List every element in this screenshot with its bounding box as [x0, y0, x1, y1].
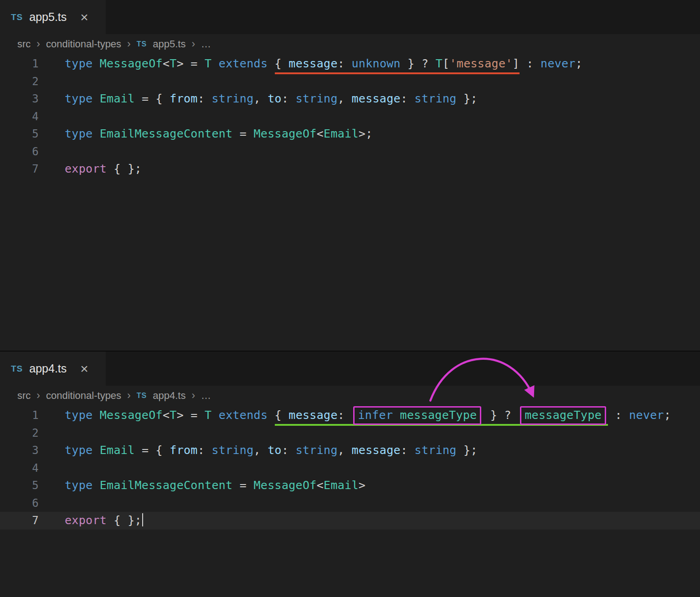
breadcrumb-item-folder[interactable]: conditional-types: [46, 38, 121, 50]
code-token: <: [317, 479, 324, 492]
close-tab-icon[interactable]: ×: [80, 10, 88, 24]
code-token: [211, 57, 218, 70]
code-editor-app5[interactable]: 1type MessageOf<T> = T extends { message…: [0, 54, 700, 178]
code-token: =: [232, 479, 253, 492]
tab-app4[interactable]: TS app4.ts ×: [0, 352, 106, 386]
code-token: messageType: [525, 408, 602, 422]
code-line[interactable]: 3type Email = { from: string, to: string…: [0, 442, 700, 459]
code-line[interactable]: 2: [0, 73, 700, 91]
line-number: 6: [0, 495, 51, 512]
code-token: { };: [107, 162, 142, 175]
code-line[interactable]: 6: [0, 495, 700, 512]
close-tab-icon[interactable]: ×: [80, 362, 88, 376]
code-token: :: [338, 408, 352, 422]
code-token: type: [65, 408, 93, 422]
code-token: export: [65, 514, 107, 527]
breadcrumb-item-folder[interactable]: conditional-types: [46, 390, 121, 402]
green-underline-annotation: { message: infer messageType } ? message…: [275, 408, 608, 426]
code-token: MessageOf: [100, 408, 163, 422]
code-text: type Email = { from: string, to: string,…: [51, 90, 478, 108]
line-number: 5: [0, 125, 51, 143]
tab-app5[interactable]: TS app5.ts ×: [0, 0, 106, 34]
chevron-right-icon: ›: [36, 389, 40, 402]
breadcrumb-item-file[interactable]: app5.ts: [153, 38, 185, 50]
code-token: [93, 57, 99, 70]
breadcrumb-item-symbols[interactable]: …: [201, 390, 211, 402]
breadcrumb-item-src[interactable]: src: [17, 38, 31, 50]
code-token: [: [443, 57, 449, 70]
code-token: type: [65, 57, 93, 70]
code-editor-app4[interactable]: 1type MessageOf<T> = T extends { message…: [0, 405, 700, 530]
code-token: export: [65, 162, 107, 175]
code-token: 'message': [449, 57, 512, 70]
code-token: {: [275, 408, 289, 422]
code-line[interactable]: 2: [0, 424, 700, 442]
code-token: ;: [664, 408, 671, 422]
code-token: } ?: [401, 57, 436, 70]
code-token: };: [457, 444, 478, 457]
code-token: message: [288, 408, 337, 422]
code-token: <: [163, 408, 170, 422]
breadcrumb-item-symbols[interactable]: …: [201, 38, 211, 50]
code-text: export { };: [51, 512, 143, 530]
code-token: T: [205, 408, 211, 422]
vscode-editor-split: TS app5.ts × src › conditional-types › T…: [0, 0, 700, 597]
code-line[interactable]: 6: [0, 143, 700, 161]
code-token: EmailMessageContent: [100, 479, 233, 492]
code-token: message: [351, 92, 400, 105]
code-token: never: [540, 57, 576, 70]
line-number: 2: [0, 73, 51, 91]
code-token: Email: [324, 479, 359, 492]
code-line[interactable]: 7export { };: [0, 512, 700, 530]
code-token: :: [520, 57, 540, 70]
code-line[interactable]: 7export { };: [0, 160, 700, 178]
code-token: ]: [513, 57, 520, 70]
code-token: Email: [100, 92, 135, 105]
code-token: } ?: [483, 408, 518, 422]
code-line[interactable]: 4: [0, 459, 700, 477]
code-token: to: [268, 92, 282, 105]
typescript-file-icon: TS: [137, 40, 147, 48]
code-line[interactable]: 1type MessageOf<T> = T extends { message…: [0, 55, 700, 73]
code-token: MessageOf: [254, 479, 317, 492]
breadcrumb-item-src[interactable]: src: [17, 390, 31, 402]
code-line[interactable]: 1type MessageOf<T> = T extends { message…: [0, 407, 700, 424]
code-line[interactable]: 4: [0, 108, 700, 126]
code-token: T: [205, 57, 211, 70]
code-token: > =: [177, 408, 205, 422]
breadcrumb: src › conditional-types › TS app4.ts › …: [0, 386, 700, 405]
code-token: [268, 57, 274, 70]
code-line[interactable]: 5type EmailMessageContent = MessageOf<Em…: [0, 477, 700, 495]
text-cursor: [142, 513, 144, 526]
code-token: { };: [107, 514, 142, 527]
code-token: to: [268, 444, 282, 457]
code-line[interactable]: 3type Email = { from: string, to: string…: [0, 90, 700, 108]
line-number: 2: [0, 424, 51, 442]
code-token: EmailMessageContent: [100, 127, 233, 140]
code-token: :: [282, 92, 296, 105]
code-line[interactable]: 5type EmailMessageContent = MessageOf<Em…: [0, 125, 700, 143]
code-token: string: [211, 92, 253, 105]
code-token: :: [282, 444, 296, 457]
line-number: 3: [0, 90, 51, 108]
code-token: >: [359, 479, 365, 492]
code-token: [93, 479, 99, 492]
code-token: ,: [338, 92, 352, 105]
line-number: 4: [0, 459, 51, 477]
code-token: [93, 92, 99, 105]
code-token: string: [211, 444, 253, 457]
line-number: 5: [0, 477, 51, 495]
code-token: type: [65, 127, 93, 140]
chevron-right-icon: ›: [191, 38, 195, 50]
editor-pane-app4: TS app4.ts × src › conditional-types › T…: [0, 351, 700, 597]
tab-title: app4.ts: [29, 362, 67, 375]
breadcrumb: src › conditional-types › TS app5.ts › …: [0, 34, 700, 54]
code-token: message: [351, 444, 400, 457]
code-token: Email: [100, 444, 135, 457]
code-token: string: [415, 92, 457, 105]
code-token: string: [296, 444, 338, 457]
code-token: MessageOf: [100, 57, 163, 70]
breadcrumb-item-file[interactable]: app4.ts: [153, 390, 185, 402]
code-token: ;: [576, 57, 582, 70]
code-token: extends: [219, 408, 268, 422]
